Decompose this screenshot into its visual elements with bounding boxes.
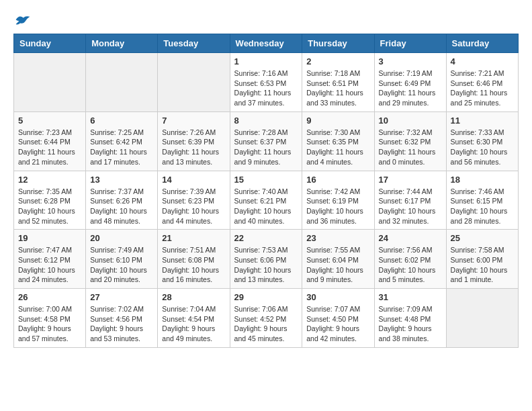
- logo-bird-icon: [15, 13, 31, 27]
- day-number: 13: [90, 175, 153, 185]
- calendar-cell: 20Sunrise: 7:49 AMSunset: 6:10 PMDayligh…: [86, 230, 158, 289]
- day-info: Sunrise: 7:18 AMSunset: 6:51 PMDaylight:…: [306, 68, 369, 108]
- day-info: Sunrise: 7:04 AMSunset: 4:54 PMDaylight:…: [162, 304, 225, 344]
- calendar-cell: 4Sunrise: 7:21 AMSunset: 6:46 PMDaylight…: [446, 53, 518, 112]
- day-number: 20: [90, 233, 153, 243]
- day-info: Sunrise: 7:30 AMSunset: 6:35 PMDaylight:…: [306, 128, 369, 167]
- day-number: 30: [306, 292, 369, 302]
- day-number: 14: [162, 175, 225, 185]
- day-of-week-header: Sunday: [14, 34, 86, 53]
- day-of-week-header: Thursday: [302, 34, 374, 53]
- day-number: 5: [18, 116, 81, 126]
- logo: [13, 13, 31, 27]
- calendar-cell: 1Sunrise: 7:16 AMSunset: 6:53 PMDaylight…: [230, 53, 302, 112]
- day-number: 7: [162, 116, 225, 126]
- day-info: Sunrise: 7:35 AMSunset: 6:28 PMDaylight:…: [18, 187, 81, 226]
- calendar-cell: 9Sunrise: 7:30 AMSunset: 6:35 PMDaylight…: [302, 111, 374, 171]
- calendar-cell: 10Sunrise: 7:32 AMSunset: 6:32 PMDayligh…: [374, 111, 446, 171]
- day-of-week-header: Friday: [374, 34, 446, 53]
- day-number: 27: [90, 292, 153, 302]
- calendar-cell: 17Sunrise: 7:44 AMSunset: 6:17 PMDayligh…: [374, 171, 446, 230]
- calendar-cell: 30Sunrise: 7:07 AMSunset: 4:50 PMDayligh…: [302, 289, 374, 348]
- day-info: Sunrise: 7:42 AMSunset: 6:19 PMDaylight:…: [306, 187, 369, 226]
- day-info: Sunrise: 7:56 AMSunset: 6:02 PMDaylight:…: [379, 245, 442, 285]
- day-info: Sunrise: 7:19 AMSunset: 6:49 PMDaylight:…: [379, 68, 442, 108]
- header: [13, 13, 519, 27]
- day-number: 16: [306, 175, 369, 185]
- day-info: Sunrise: 7:25 AMSunset: 6:42 PMDaylight:…: [90, 128, 153, 167]
- day-info: Sunrise: 7:02 AMSunset: 4:56 PMDaylight:…: [90, 304, 153, 344]
- day-number: 28: [162, 292, 225, 302]
- day-info: Sunrise: 7:37 AMSunset: 6:26 PMDaylight:…: [90, 187, 153, 226]
- day-number: 22: [234, 233, 298, 243]
- day-info: Sunrise: 7:39 AMSunset: 6:23 PMDaylight:…: [162, 187, 225, 226]
- day-number: 26: [18, 292, 81, 302]
- calendar-cell: 27Sunrise: 7:02 AMSunset: 4:56 PMDayligh…: [86, 289, 158, 348]
- calendar-cell: [14, 53, 86, 112]
- day-of-week-header: Wednesday: [230, 34, 302, 53]
- day-info: Sunrise: 7:23 AMSunset: 6:44 PMDaylight:…: [18, 128, 81, 167]
- calendar-week-row: 12Sunrise: 7:35 AMSunset: 6:28 PMDayligh…: [14, 171, 519, 230]
- calendar-cell: 21Sunrise: 7:51 AMSunset: 6:08 PMDayligh…: [158, 230, 230, 289]
- day-number: 18: [451, 175, 514, 185]
- day-of-week-header: Saturday: [446, 34, 518, 53]
- day-number: 9: [306, 116, 369, 126]
- day-number: 19: [18, 233, 81, 243]
- day-number: 23: [306, 233, 369, 243]
- day-info: Sunrise: 7:09 AMSunset: 4:48 PMDaylight:…: [379, 304, 442, 344]
- calendar-cell: [446, 289, 518, 348]
- calendar-cell: 15Sunrise: 7:40 AMSunset: 6:21 PMDayligh…: [230, 171, 302, 230]
- day-info: Sunrise: 7:40 AMSunset: 6:21 PMDaylight:…: [234, 187, 298, 226]
- calendar-cell: [158, 53, 230, 112]
- day-info: Sunrise: 7:26 AMSunset: 6:39 PMDaylight:…: [162, 128, 225, 167]
- day-info: Sunrise: 7:32 AMSunset: 6:32 PMDaylight:…: [379, 128, 442, 167]
- day-number: 12: [18, 175, 81, 185]
- day-number: 24: [379, 233, 442, 243]
- day-number: 25: [451, 233, 514, 243]
- calendar-cell: 8Sunrise: 7:28 AMSunset: 6:37 PMDaylight…: [230, 111, 302, 171]
- day-number: 29: [234, 292, 298, 302]
- calendar-cell: 11Sunrise: 7:33 AMSunset: 6:30 PMDayligh…: [446, 111, 518, 171]
- day-number: 15: [234, 175, 298, 185]
- day-info: Sunrise: 7:21 AMSunset: 6:46 PMDaylight:…: [451, 68, 514, 108]
- calendar-header-row: SundayMondayTuesdayWednesdayThursdayFrid…: [14, 34, 519, 53]
- calendar-cell: 26Sunrise: 7:00 AMSunset: 4:58 PMDayligh…: [14, 289, 86, 348]
- day-info: Sunrise: 7:33 AMSunset: 6:30 PMDaylight:…: [451, 128, 514, 167]
- day-number: 4: [451, 56, 514, 66]
- day-info: Sunrise: 7:44 AMSunset: 6:17 PMDaylight:…: [379, 187, 442, 226]
- day-of-week-header: Tuesday: [158, 34, 230, 53]
- calendar-week-row: 26Sunrise: 7:00 AMSunset: 4:58 PMDayligh…: [14, 289, 519, 348]
- calendar-cell: 24Sunrise: 7:56 AMSunset: 6:02 PMDayligh…: [374, 230, 446, 289]
- day-number: 3: [379, 56, 442, 66]
- calendar-cell: 29Sunrise: 7:06 AMSunset: 4:52 PMDayligh…: [230, 289, 302, 348]
- calendar-cell: 18Sunrise: 7:46 AMSunset: 6:15 PMDayligh…: [446, 171, 518, 230]
- day-info: Sunrise: 7:46 AMSunset: 6:15 PMDaylight:…: [451, 187, 514, 226]
- day-number: 17: [379, 175, 442, 185]
- day-info: Sunrise: 7:16 AMSunset: 6:53 PMDaylight:…: [234, 68, 298, 108]
- day-number: 31: [379, 292, 442, 302]
- calendar-cell: 12Sunrise: 7:35 AMSunset: 6:28 PMDayligh…: [14, 171, 86, 230]
- calendar-cell: 3Sunrise: 7:19 AMSunset: 6:49 PMDaylight…: [374, 53, 446, 112]
- calendar: SundayMondayTuesdayWednesdayThursdayFrid…: [13, 34, 519, 348]
- calendar-cell: 16Sunrise: 7:42 AMSunset: 6:19 PMDayligh…: [302, 171, 374, 230]
- calendar-week-row: 5Sunrise: 7:23 AMSunset: 6:44 PMDaylight…: [14, 111, 519, 171]
- day-info: Sunrise: 7:47 AMSunset: 6:12 PMDaylight:…: [18, 245, 81, 285]
- day-number: 1: [234, 56, 298, 66]
- calendar-cell: 28Sunrise: 7:04 AMSunset: 4:54 PMDayligh…: [158, 289, 230, 348]
- day-number: 2: [306, 56, 369, 66]
- calendar-cell: 13Sunrise: 7:37 AMSunset: 6:26 PMDayligh…: [86, 171, 158, 230]
- calendar-week-row: 1Sunrise: 7:16 AMSunset: 6:53 PMDaylight…: [14, 53, 519, 112]
- calendar-cell: 23Sunrise: 7:55 AMSunset: 6:04 PMDayligh…: [302, 230, 374, 289]
- calendar-cell: 14Sunrise: 7:39 AMSunset: 6:23 PMDayligh…: [158, 171, 230, 230]
- day-info: Sunrise: 7:28 AMSunset: 6:37 PMDaylight:…: [234, 128, 298, 167]
- day-number: 6: [90, 116, 153, 126]
- calendar-cell: 19Sunrise: 7:47 AMSunset: 6:12 PMDayligh…: [14, 230, 86, 289]
- day-number: 8: [234, 116, 298, 126]
- calendar-cell: 7Sunrise: 7:26 AMSunset: 6:39 PMDaylight…: [158, 111, 230, 171]
- day-info: Sunrise: 7:49 AMSunset: 6:10 PMDaylight:…: [90, 245, 153, 285]
- day-number: 11: [451, 116, 514, 126]
- calendar-cell: 22Sunrise: 7:53 AMSunset: 6:06 PMDayligh…: [230, 230, 302, 289]
- calendar-cell: 5Sunrise: 7:23 AMSunset: 6:44 PMDaylight…: [14, 111, 86, 171]
- day-info: Sunrise: 7:53 AMSunset: 6:06 PMDaylight:…: [234, 245, 298, 285]
- calendar-week-row: 19Sunrise: 7:47 AMSunset: 6:12 PMDayligh…: [14, 230, 519, 289]
